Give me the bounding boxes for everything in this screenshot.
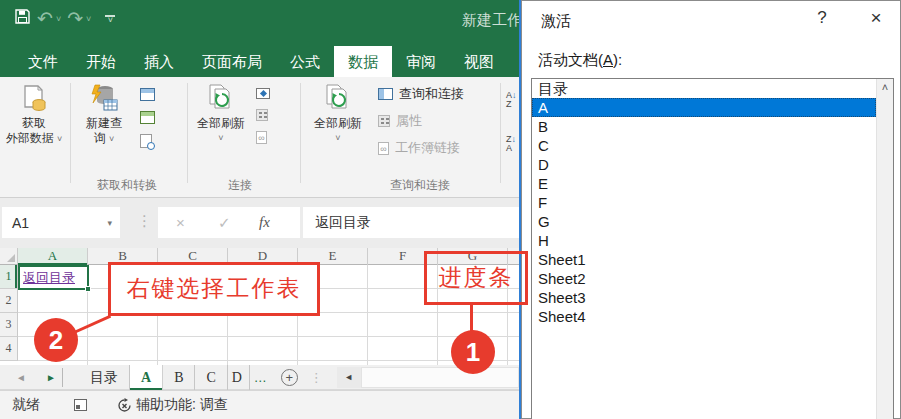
external-data-icon	[19, 83, 49, 113]
get-external-data-button[interactable]: 获取 外部数据 ˅	[2, 80, 66, 178]
row-header[interactable]: 2	[0, 289, 18, 313]
connection-mini-buttons: ∞	[256, 88, 270, 144]
selected-cell-a1[interactable]: 返回目录	[18, 265, 89, 290]
refresh-all-button-2[interactable]: 全部刷新 ˅	[306, 80, 370, 178]
dialog-close-icon[interactable]: ×	[863, 7, 889, 29]
new-query-button[interactable]: 新建查 询 ˅	[74, 80, 134, 178]
list-item[interactable]: B	[532, 117, 876, 136]
list-item[interactable]: G	[532, 212, 876, 231]
macro-record-icon[interactable]	[74, 399, 87, 411]
sheet-tab-c[interactable]: C	[195, 365, 227, 390]
properties-button[interactable]: 属性	[378, 112, 464, 130]
formula-buttons: × ✓ fx	[158, 207, 300, 238]
list-item[interactable]: E	[532, 174, 876, 193]
queries-connections-button[interactable]: 查询和连接	[378, 85, 464, 103]
ribbon-tab[interactable]: 数据	[334, 46, 392, 77]
scroll-up-icon[interactable]: ˄	[877, 79, 893, 96]
properties-icon[interactable]	[256, 109, 268, 121]
ribbon-tab[interactable]: 审阅	[392, 46, 450, 77]
sort-descending-icon[interactable]: Z↓ A	[506, 135, 519, 153]
connections-icon[interactable]	[256, 88, 270, 99]
ribbon-tab[interactable]: 视图	[450, 46, 508, 77]
previous-sheet-icon[interactable]: ◄	[12, 372, 30, 383]
select-all-corner[interactable]	[0, 248, 18, 265]
ribbon-tab[interactable]: 开	[508, 46, 519, 77]
ribbon-tab-bar: 文件 开始 插入 页面布局 公式 数据 审阅 视图 开	[0, 40, 519, 77]
excel-window: ↶ ˅ ↷ ˅ ˅ 新建工作 文件 开始 插入 页面布局	[0, 0, 519, 419]
redo-dropdown-icon[interactable]: ˅	[86, 14, 91, 24]
list-item[interactable]: Sheet1	[532, 250, 876, 269]
accessibility-label: 辅助功能: 调查	[136, 396, 228, 414]
dialog-help-icon[interactable]: ?	[811, 8, 833, 28]
more-sheets-ellipsis: …	[250, 365, 271, 390]
redo-icon[interactable]: ↷	[67, 6, 83, 32]
hscroll-left-icon[interactable]: ◄	[337, 367, 361, 388]
recent-sources-icon[interactable]	[140, 134, 152, 148]
group-label-queries: 查询和连接	[350, 177, 490, 194]
sheet-tab-b[interactable]: B	[163, 365, 195, 390]
name-box[interactable]: A1 ▾	[2, 207, 120, 238]
list-item[interactable]: Sheet2	[532, 269, 876, 288]
group-separator	[70, 83, 71, 183]
group-separator	[300, 83, 301, 183]
show-queries-icon[interactable]	[140, 88, 155, 101]
row-header[interactable]: 1	[0, 265, 18, 289]
tab-separator	[62, 368, 63, 387]
ribbon-tab[interactable]: 插入	[130, 46, 188, 77]
list-item[interactable]: D	[532, 155, 876, 174]
ribbon-tab[interactable]: 页面布局	[188, 46, 276, 77]
ribbon-tab[interactable]: 文件	[14, 46, 72, 77]
name-box-dropdown-icon[interactable]: ▾	[107, 218, 112, 228]
list-item[interactable]: C	[532, 136, 876, 155]
customize-qat-icon[interactable]: ˅	[105, 15, 115, 24]
refresh-all-button[interactable]: 全部刷新 ˅	[190, 80, 252, 178]
dropdown-icon: ˅	[190, 131, 252, 146]
a1-hyperlink[interactable]: 返回目录	[23, 269, 75, 287]
list-item[interactable]: Sheet3	[532, 288, 876, 307]
ribbon-tab[interactable]: 开始	[72, 46, 130, 77]
accessibility-status[interactable]: 辅助功能: 调查	[117, 396, 228, 414]
refresh-icon	[206, 83, 236, 113]
list-item[interactable]: A	[532, 98, 876, 117]
column-header[interactable]: A	[18, 248, 88, 265]
list-item[interactable]: H	[532, 231, 876, 250]
undo-dropdown-icon[interactable]: ˅	[56, 14, 61, 24]
ribbon-tab[interactable]: 公式	[276, 46, 334, 77]
active-document-label: 活动文档(A):	[538, 51, 622, 70]
save-icon[interactable]	[14, 6, 31, 32]
next-sheet-icon[interactable]: ►	[42, 372, 60, 383]
tabbar-resize-handle[interactable]: ⋮	[310, 370, 323, 385]
sheet-tab-a[interactable]: A	[130, 365, 163, 390]
status-ready: 就绪	[12, 396, 40, 414]
group-separator	[187, 83, 188, 183]
undo-icon[interactable]: ↶	[37, 6, 53, 32]
workbook-links-icon: ∞	[378, 142, 389, 155]
row-header[interactable]: 3	[0, 313, 18, 337]
row-header[interactable]: 4	[0, 337, 18, 361]
sheet-tab-d-clipped[interactable]: D	[228, 365, 250, 390]
list-item[interactable]: Sheet4	[532, 307, 876, 326]
status-bar: 就绪 辅助功能: 调查	[0, 390, 519, 419]
formula-bar[interactable]: 返回目录	[303, 207, 519, 238]
list-item[interactable]: F	[532, 193, 876, 212]
sheet-tab-catalog[interactable]: 目录	[79, 365, 130, 390]
sheet-tabs: 目录 A B C D	[79, 365, 250, 390]
fill-handle[interactable]	[85, 286, 91, 292]
enter-icon[interactable]: ✓	[218, 207, 231, 238]
dialog-title: 激活	[541, 12, 571, 31]
sort-ascending-icon[interactable]: A↓ Z	[506, 91, 519, 109]
listbox-items: 目录 A B C D E F G H Sheet1	[532, 79, 893, 326]
edit-links-icon[interactable]: ∞	[256, 131, 267, 144]
title-bar: ↶ ˅ ↷ ˅ ˅ 新建工作	[0, 0, 519, 40]
workbook-links-button[interactable]: ∞ 工作簿链接	[378, 139, 464, 157]
from-table-icon[interactable]	[140, 111, 155, 124]
add-sheet-icon[interactable]: +	[281, 369, 298, 386]
horizontal-scrollbar[interactable]	[361, 367, 519, 388]
formula-bar-resize-handle[interactable]: ⋮	[137, 212, 152, 230]
insert-function-icon[interactable]: fx	[259, 207, 270, 238]
cancel-icon[interactable]: ×	[176, 207, 185, 238]
list-item[interactable]: 目录	[532, 79, 876, 98]
activate-dialog: 激活 ? × 活动文档(A): 目录 A B C D E	[521, 0, 901, 419]
listbox-scrollbar[interactable]: ˄	[876, 79, 893, 419]
document-listbox[interactable]: 目录 A B C D E F G H Sheet1	[531, 78, 894, 419]
